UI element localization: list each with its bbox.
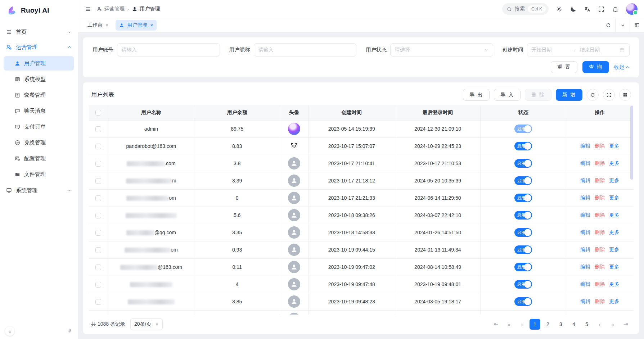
sidebar-item-list[interactable]: 系统模型 — [4, 72, 74, 86]
more-link[interactable]: 更多 — [609, 160, 619, 167]
search-button[interactable]: 查 询 — [582, 61, 609, 73]
page-button-2[interactable]: 2 — [542, 319, 553, 330]
row-checkbox[interactable] — [95, 195, 101, 201]
delete-link[interactable]: 删除 — [595, 212, 605, 218]
row-checkbox[interactable] — [95, 144, 101, 149]
status-toggle[interactable]: 启用 — [514, 263, 532, 271]
edit-link[interactable]: 编辑 — [580, 298, 590, 305]
status-toggle[interactable]: 启用 — [514, 125, 532, 133]
more-link[interactable]: 更多 — [609, 298, 619, 305]
status-toggle[interactable]: 启用 — [514, 245, 532, 254]
sidebar-toggle-icon[interactable] — [85, 6, 91, 13]
collapse-filter-link[interactable]: 收起 — [614, 64, 630, 71]
row-checkbox[interactable] — [95, 126, 101, 132]
status-toggle[interactable]: 启用 — [514, 297, 532, 306]
tabs-refresh-icon[interactable] — [601, 18, 615, 32]
table-fullscreen-icon[interactable] — [603, 89, 615, 101]
more-link[interactable]: 更多 — [609, 264, 619, 270]
import-button[interactable]: 导 入 — [494, 89, 521, 101]
sidebar-item-user[interactable]: 用户管理 — [4, 56, 74, 71]
status-toggle[interactable]: 启用 — [514, 194, 532, 202]
status-toggle[interactable]: 启用 — [514, 211, 532, 220]
reset-button[interactable]: 重 置 — [551, 61, 577, 73]
edit-link[interactable]: 编辑 — [580, 160, 590, 167]
date-range-picker[interactable]: 开始日期 → 结束日期 — [527, 43, 630, 56]
add-button[interactable]: 新 增 — [556, 89, 582, 101]
edit-link[interactable]: 编辑 — [580, 212, 590, 218]
sidebar-item-user-gear[interactable]: 运营管理 — [0, 40, 78, 55]
global-search[interactable]: 搜索 Ctrl K — [502, 3, 549, 15]
fast-prev-button[interactable]: « — [504, 319, 514, 330]
fullscreen-icon[interactable] — [598, 6, 605, 13]
delete-link[interactable]: 删除 — [595, 298, 605, 305]
row-checkbox[interactable] — [95, 161, 101, 167]
edit-link[interactable]: 编辑 — [580, 247, 590, 253]
edit-link[interactable]: 编辑 — [580, 264, 590, 270]
sidebar-item-doc[interactable]: 套餐管理 — [4, 88, 74, 102]
row-checkbox[interactable] — [95, 265, 101, 270]
tab-workbench[interactable]: 工作台 × — [84, 20, 112, 31]
sidebar-item-config[interactable]: 配置管理 — [4, 151, 74, 166]
delete-link[interactable]: 删除 — [595, 229, 605, 236]
tab-close-icon[interactable]: × — [105, 22, 108, 28]
more-link[interactable]: 更多 — [609, 195, 619, 201]
more-link[interactable]: 更多 — [609, 281, 619, 288]
status-toggle[interactable]: 启用 — [514, 159, 532, 168]
edit-link[interactable]: 编辑 — [580, 229, 590, 236]
page-button-4[interactable]: 4 — [568, 319, 579, 330]
settings-gear-icon[interactable] — [556, 6, 563, 13]
page-button-1[interactable]: 1 — [530, 319, 540, 330]
fast-next-button[interactable]: » — [607, 319, 618, 330]
sidebar-collapse-button[interactable]: « — [5, 326, 14, 336]
tabs-layout-icon[interactable] — [630, 18, 644, 32]
status-toggle[interactable]: 启用 — [514, 228, 532, 237]
status-select[interactable]: 请选择 — [390, 43, 493, 56]
logo[interactable]: Ruoyi AI — [0, 0, 78, 19]
sidebar-item-folder[interactable]: 文件管理 — [4, 167, 74, 181]
dark-mode-moon-icon[interactable] — [570, 6, 577, 13]
last-page-button[interactable]: ⇥ — [620, 319, 631, 330]
language-translate-icon[interactable] — [584, 6, 591, 13]
select-all-checkbox[interactable] — [95, 110, 101, 116]
breadcrumb-item-operations[interactable]: 运营管理 — [96, 6, 125, 12]
more-link[interactable]: 更多 — [609, 143, 619, 149]
account-input[interactable]: 请输入 — [117, 43, 220, 56]
table-scrollbar[interactable] — [630, 106, 633, 180]
more-link[interactable]: 更多 — [609, 229, 619, 236]
sidebar-item-monitor[interactable]: 系统管理 — [0, 183, 78, 198]
delete-link[interactable]: 删除 — [595, 160, 605, 167]
notifications-bell-icon[interactable] — [612, 6, 619, 13]
status-toggle[interactable]: 启用 — [514, 142, 532, 150]
pin-icon[interactable] — [67, 328, 73, 334]
column-settings-grid-icon[interactable] — [619, 89, 631, 101]
tab-close-icon[interactable]: × — [150, 22, 153, 28]
sidebar-item-receipt[interactable]: 支付订单 — [4, 119, 74, 134]
status-toggle[interactable]: 启用 — [514, 176, 532, 185]
edit-link[interactable]: 编辑 — [580, 143, 590, 149]
sidebar-item-chat[interactable]: 聊天消息 — [4, 104, 74, 118]
prev-page-button[interactable]: ‹ — [517, 319, 527, 330]
row-checkbox[interactable] — [95, 299, 101, 305]
sidebar-item-exchange[interactable]: 兑换管理 — [4, 135, 74, 150]
first-page-button[interactable]: ⇤ — [491, 319, 501, 330]
delete-link[interactable]: 删除 — [595, 281, 605, 288]
breadcrumb-item-users[interactable]: 用户管理 — [132, 6, 160, 12]
status-toggle[interactable]: 启用 — [514, 280, 532, 289]
more-link[interactable]: 更多 — [609, 177, 619, 184]
page-button-5[interactable]: 5 — [581, 319, 592, 330]
edit-link[interactable]: 编辑 — [580, 177, 590, 184]
more-link[interactable]: 更多 — [609, 212, 619, 218]
next-page-button[interactable]: › — [594, 319, 605, 330]
sidebar-item-home-menu[interactable]: 首页 — [0, 24, 78, 40]
delete-link[interactable]: 删除 — [595, 143, 605, 149]
row-checkbox[interactable] — [95, 247, 101, 253]
user-avatar[interactable] — [626, 3, 638, 15]
delete-link[interactable]: 删除 — [595, 264, 605, 270]
nickname-input[interactable]: 请输入 — [254, 43, 357, 56]
delete-link[interactable]: 删除 — [595, 177, 605, 184]
refresh-icon[interactable] — [587, 89, 599, 101]
more-link[interactable]: 更多 — [609, 247, 619, 253]
delete-link[interactable]: 删除 — [595, 195, 605, 201]
tabs-chevron-down-icon[interactable] — [615, 18, 630, 32]
row-checkbox[interactable] — [95, 213, 101, 218]
